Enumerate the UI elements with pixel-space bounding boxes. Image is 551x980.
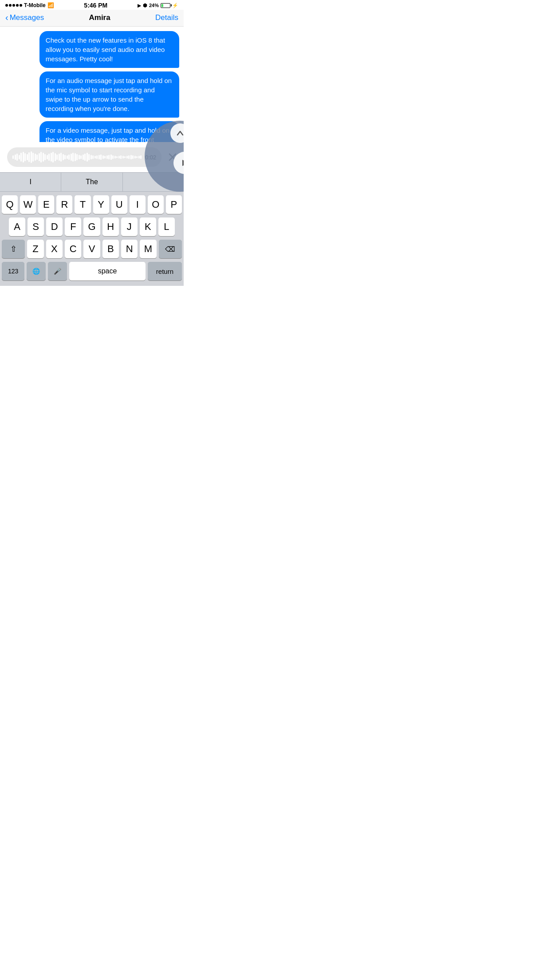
charging-icon: ⚡	[172, 3, 178, 8]
waveform-bar	[136, 156, 138, 158]
signal-strength	[5, 4, 22, 7]
waveform-bar	[100, 154, 102, 160]
play-button[interactable]	[173, 152, 184, 174]
waveform-bar	[52, 152, 54, 162]
autocomplete-item-1[interactable]: I	[0, 173, 61, 191]
space-key[interactable]: space	[69, 262, 146, 281]
waveform-bar	[120, 155, 122, 159]
waveform-bar	[40, 152, 42, 162]
key-n[interactable]: N	[121, 240, 138, 258]
key-a[interactable]: A	[9, 217, 25, 236]
waveform-bar	[48, 154, 50, 161]
key-f[interactable]: F	[65, 217, 81, 236]
key-d[interactable]: D	[46, 217, 63, 236]
waveform-bar	[126, 156, 128, 158]
waveform-bar	[140, 155, 142, 159]
key-u[interactable]: U	[111, 195, 127, 214]
waveform-bar	[98, 155, 100, 159]
waveform-bar	[76, 154, 78, 160]
status-left: T-Mobile 📶	[5, 2, 54, 8]
waveform-bar	[138, 156, 140, 158]
status-bar: T-Mobile 📶 5:46 PM ▶ ⬢ 24% ⚡	[0, 0, 184, 10]
waveform-bar	[68, 154, 70, 160]
svg-marker-2	[182, 160, 184, 166]
keyboard-row-4: 123 🌐 🎤 space return	[2, 262, 182, 281]
shift-key[interactable]: ⇧	[2, 240, 25, 258]
key-b[interactable]: B	[102, 240, 119, 258]
key-z[interactable]: Z	[27, 240, 43, 258]
autocomplete-item-2[interactable]: The	[61, 173, 122, 191]
key-w[interactable]: W	[20, 195, 36, 214]
numbers-key[interactable]: 123	[2, 262, 24, 281]
waveform-bar	[134, 156, 136, 158]
waveform-bar	[44, 154, 46, 160]
waveform-bar	[27, 154, 28, 160]
waveform-bar	[20, 153, 22, 162]
delete-key[interactable]: ⌫	[159, 240, 182, 258]
messages-area: Check out the new features in iOS 8 that…	[0, 27, 184, 142]
waveform-bar	[60, 153, 62, 162]
key-k[interactable]: K	[140, 217, 156, 236]
key-g[interactable]: G	[83, 217, 100, 236]
waveform-bar	[114, 156, 116, 158]
emoji-key[interactable]: 🌐	[27, 262, 46, 281]
waveform-bar	[36, 154, 38, 160]
location-icon: ▶	[138, 3, 141, 8]
waveform-bar	[94, 156, 96, 158]
waveform-bar	[23, 152, 24, 162]
waveform-bar	[118, 156, 120, 158]
key-p[interactable]: P	[166, 195, 182, 214]
key-y[interactable]: Y	[93, 195, 109, 214]
keyboard: Q W E R T Y U I O P A S D F G H J K L ⇧ …	[0, 192, 184, 286]
key-l[interactable]: L	[158, 217, 175, 236]
waveform-bar	[122, 156, 124, 158]
carrier-label: T-Mobile	[24, 2, 46, 8]
up-arrow-icon	[176, 129, 184, 138]
waveform-bar	[128, 155, 130, 159]
keyboard-row-2: A S D F G H J K L	[2, 217, 182, 236]
battery-icon	[161, 3, 170, 8]
nav-bar: ‹ Messages Amira Details	[0, 10, 184, 27]
waveform-bar	[83, 154, 84, 160]
waveform-bar	[12, 155, 14, 159]
key-q[interactable]: Q	[2, 195, 18, 214]
return-key[interactable]: return	[148, 262, 182, 281]
key-x[interactable]: X	[46, 240, 63, 258]
mic-key[interactable]: 🎤	[48, 262, 67, 281]
waveform-bar	[88, 154, 90, 160]
keyboard-row-1: Q W E R T Y U I O P	[2, 195, 182, 214]
message-bubble-2: For an audio message just tap and hold o…	[39, 71, 179, 118]
audio-recording-bar: 0:02	[7, 147, 161, 167]
keyboard-row-3: ⇧ Z X C V B N M ⌫	[2, 240, 182, 258]
waveform-bar	[116, 156, 118, 158]
key-i[interactable]: I	[130, 195, 146, 214]
key-t[interactable]: T	[75, 195, 91, 214]
key-j[interactable]: J	[121, 217, 138, 236]
nav-title: Amira	[89, 13, 110, 22]
key-v[interactable]: V	[83, 240, 100, 258]
key-o[interactable]: O	[148, 195, 164, 214]
back-button[interactable]: ‹ Messages	[5, 12, 44, 23]
key-m[interactable]: M	[140, 240, 156, 258]
waveform-bar	[19, 155, 20, 159]
waveform-bar	[59, 154, 60, 161]
waveform-bar	[16, 154, 18, 161]
waveform-bar	[108, 155, 110, 159]
key-c[interactable]: C	[65, 240, 81, 258]
waveform-bar	[51, 153, 52, 162]
key-e[interactable]: E	[38, 195, 54, 214]
waveform	[12, 151, 142, 163]
waveform-bar	[31, 151, 32, 163]
bluetooth-icon: ⬢	[143, 3, 147, 8]
key-h[interactable]: H	[102, 217, 119, 236]
waveform-bar	[92, 155, 94, 159]
waveform-bar	[35, 154, 36, 161]
waveform-bar	[91, 155, 92, 159]
back-label[interactable]: Messages	[10, 13, 44, 22]
details-button[interactable]: Details	[155, 13, 178, 22]
waveform-bar	[106, 155, 108, 159]
key-r[interactable]: R	[56, 195, 72, 214]
waveform-bar	[130, 155, 132, 159]
waveform-bar	[67, 155, 68, 159]
key-s[interactable]: S	[28, 217, 44, 236]
